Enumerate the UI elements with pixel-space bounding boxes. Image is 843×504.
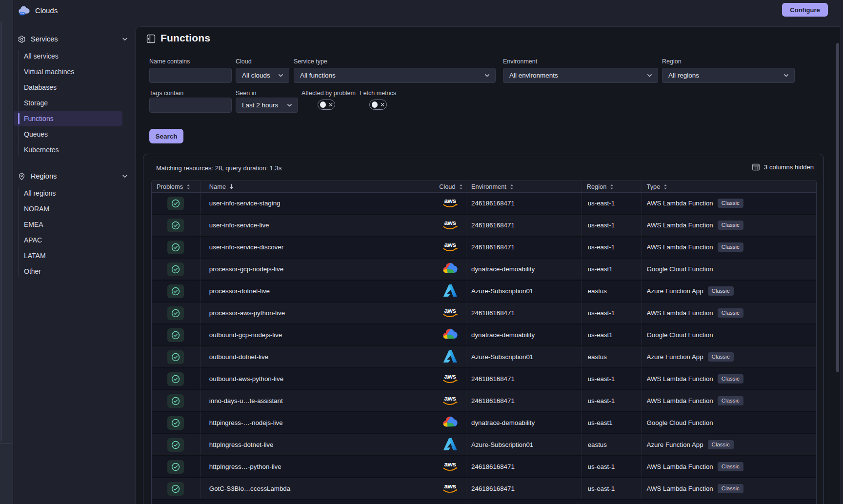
vertical-scrollbar[interactable] — [836, 43, 839, 372]
aws-icon: aws — [442, 220, 459, 230]
app-logo[interactable]: Clouds — [15, 3, 60, 18]
problem-status-button[interactable] — [167, 460, 184, 474]
table-row[interactable]: user-info-service-discover aws 246186168… — [152, 237, 816, 259]
chevron-down-icon — [783, 72, 789, 79]
sidebar-item-virtual-machines[interactable]: Virtual machines — [14, 64, 122, 80]
affected-by-problem-label: Affected by problem — [301, 90, 356, 97]
problem-status-button[interactable] — [167, 306, 184, 320]
sidebar-section-header[interactable]: Services — [13, 31, 135, 47]
row-name: user-info-service-staging — [200, 193, 434, 214]
problem-status-button[interactable] — [167, 482, 184, 496]
tags-contain-input[interactable] — [149, 98, 232, 113]
sort-icon — [663, 184, 668, 190]
chevron-down-icon — [646, 72, 653, 79]
region-select[interactable]: All regions — [662, 68, 795, 83]
table-row[interactable]: httpIngress…-python-live aws 24618616847… — [152, 456, 816, 478]
name-contains-input[interactable] — [149, 68, 232, 83]
problem-status-button[interactable] — [167, 372, 184, 386]
check-circle-icon — [171, 440, 181, 450]
problem-status-button[interactable] — [167, 350, 184, 364]
table-row[interactable]: GotC-S3Blo…ccessLambda aws 246186168471 … — [152, 478, 816, 500]
sidebar-item-functions[interactable]: Functions — [14, 111, 122, 126]
row-environment: 246186168471 — [466, 368, 582, 389]
affected-by-problem-toggle[interactable] — [318, 100, 335, 110]
app-name: Clouds — [35, 7, 58, 15]
sidebar-item-label: Virtual machines — [24, 68, 74, 76]
column-header-type[interactable]: Type — [642, 181, 816, 192]
aws-icon: aws — [442, 374, 459, 384]
sidebar-item-apac[interactable]: APAC — [14, 232, 122, 248]
service-type-select[interactable]: All functions — [294, 68, 496, 83]
seen-in-select[interactable]: Last 2 hours — [236, 98, 298, 113]
column-header-region[interactable]: Region — [582, 181, 642, 192]
table-row[interactable]: processor-dotnet-live Azure-Subscription… — [152, 281, 816, 302]
sidebar-item-other[interactable]: Other — [14, 263, 122, 279]
table-row[interactable]: httpIngress-dotnet-live Azure-Subscripti… — [152, 434, 816, 456]
environment-select[interactable]: All environments — [503, 68, 658, 83]
columns-hidden-control[interactable]: 3 columns hidden — [752, 163, 814, 171]
sidebar-item-emea[interactable]: EMEA — [14, 217, 122, 232]
sidebar-item-label: Queues — [24, 130, 48, 138]
search-button[interactable]: Search — [149, 129, 183, 143]
column-header-cloud[interactable]: Cloud — [434, 181, 466, 192]
collapse-panel-icon[interactable] — [146, 34, 156, 45]
sidebar-item-databases[interactable]: Databases — [14, 80, 122, 95]
problem-status-button[interactable] — [167, 438, 184, 452]
sidebar-section-list: All regions NORAM EMEA APAC LATAM Other — [13, 184, 135, 280]
toggle-knob — [320, 101, 326, 108]
row-environment: 246186168471 — [466, 456, 582, 477]
row-region: us-east-1 — [582, 456, 642, 477]
problem-status-button[interactable] — [167, 219, 184, 232]
sidebar-section-header[interactable]: Regions — [13, 168, 135, 184]
problem-status-button[interactable] — [167, 262, 184, 276]
seen-in-select-value: Last 2 hours — [242, 101, 278, 109]
table-row[interactable]: outbound-aws-python-live aws 24618616847… — [152, 368, 816, 390]
sidebar-item-latam[interactable]: LATAM — [14, 248, 122, 263]
row-environment: 246186168471 — [466, 215, 582, 236]
table-row[interactable]: inno-days-u…te-assistant aws 24618616847… — [152, 390, 816, 412]
classic-badge: Classic — [718, 462, 743, 471]
row-environment: 246186168471 — [466, 390, 582, 411]
chevron-down-icon — [484, 72, 490, 79]
sidebar-item-kubernetes[interactable]: Kubernetes — [14, 142, 122, 158]
problem-status-button[interactable] — [167, 328, 184, 342]
sidebar-item-noram[interactable]: NORAM — [14, 201, 122, 217]
sidebar-item-queues[interactable]: Queues — [14, 126, 122, 142]
aws-icon: aws — [442, 198, 459, 208]
fetch-metrics-toggle[interactable] — [369, 100, 387, 110]
table-row[interactable]: processor-aws-python-live aws 2461861684… — [152, 302, 816, 324]
sidebar-item-all-services[interactable]: All services — [14, 48, 122, 64]
row-type: AWS Lambda Function — [647, 200, 713, 207]
table-row[interactable]: user-info-service-live aws 246186168471 … — [152, 215, 816, 237]
problem-status-button[interactable] — [167, 197, 184, 210]
problem-status-button[interactable] — [167, 241, 184, 254]
row-type: AWS Lambda Function — [647, 397, 713, 404]
sidebar-section-label: Services — [31, 35, 117, 43]
problem-status-button[interactable] — [167, 284, 184, 298]
table-row[interactable]: outbound-dotnet-live Azure-Subscription0… — [152, 346, 816, 368]
cloud-select[interactable]: All clouds — [236, 68, 289, 83]
check-circle-icon — [171, 199, 181, 208]
table-row[interactable]: httpingress-…-nodejs-live dynatrace-demo… — [152, 412, 816, 434]
column-header-name[interactable]: Name — [200, 181, 434, 192]
sort-icon — [459, 184, 463, 190]
column-header-environment[interactable]: Environment — [466, 181, 582, 192]
classic-badge: Classic — [718, 396, 743, 405]
column-header-problems[interactable]: Problems — [152, 181, 200, 192]
table-row[interactable]: outbound-gcp-nodejs-live dynatrace-demoa… — [152, 324, 816, 346]
problem-status-button[interactable] — [167, 416, 184, 430]
sidebar-item-all-regions[interactable]: All regions — [14, 185, 122, 201]
problem-status-button[interactable] — [167, 394, 184, 408]
gcp-icon — [442, 328, 458, 342]
sidebar-item-storage[interactable]: Storage — [14, 95, 122, 111]
configure-button[interactable]: Configure — [782, 3, 828, 17]
row-type: Google Cloud Function — [647, 265, 713, 273]
table-row[interactable]: user-info-service-staging aws 2461861684… — [152, 193, 816, 215]
table-row[interactable]: processor-gcp-nodejs-live dynatrace-demo… — [152, 259, 816, 281]
rail-scrollbar[interactable] — [0, 21, 2, 441]
check-circle-icon — [171, 242, 181, 252]
cloud-select-value: All clouds — [242, 72, 270, 79]
row-environment: dynatrace-demoability — [466, 324, 582, 345]
row-name: user-info-service-discover — [200, 237, 434, 258]
environment-label: Environment — [503, 58, 537, 65]
